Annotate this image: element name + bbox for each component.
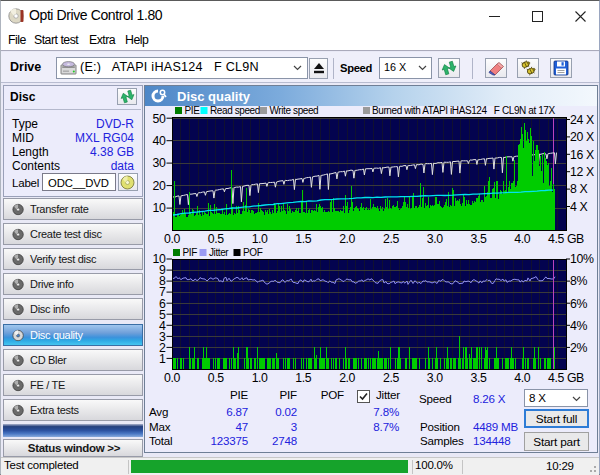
svg-text:0.0: 0.0 [164, 371, 180, 385]
svg-text:0.5: 0.5 [208, 232, 224, 246]
svg-text:8%: 8% [570, 274, 587, 288]
svg-text:24 X: 24 X [570, 113, 594, 127]
svg-text:1.0: 1.0 [252, 371, 268, 385]
svg-text:10%: 10% [570, 252, 594, 266]
svg-text:10: 10 [153, 201, 166, 215]
svg-text:4%: 4% [570, 319, 587, 333]
svg-text:Burned with ATAPI iHAS124 F: Burned with ATAPI iHAS124 F CL9N at 17X [372, 105, 556, 116]
svg-text:Write speed: Write speed [270, 105, 319, 116]
svg-text:2.0: 2.0 [339, 232, 355, 246]
svg-text:1.0: 1.0 [252, 232, 268, 246]
svg-text:3.0: 3.0 [427, 371, 443, 385]
svg-text:2.0: 2.0 [339, 371, 355, 385]
svg-text:4.5 GB: 4.5 GB [548, 232, 584, 246]
svg-text:PIE: PIE [185, 105, 201, 116]
svg-text:0.5: 0.5 [208, 371, 224, 385]
svg-text:30: 30 [153, 156, 166, 170]
svg-text:1.5: 1.5 [295, 371, 311, 385]
svg-text:Jitter: Jitter [209, 247, 229, 258]
svg-text:POF: POF [243, 247, 263, 258]
svg-text:3.5: 3.5 [470, 232, 486, 246]
svg-text:20 X: 20 X [570, 130, 594, 144]
svg-text:4 X: 4 X [570, 200, 587, 214]
svg-text:3.5: 3.5 [470, 371, 486, 385]
svg-text:0.0: 0.0 [164, 232, 180, 246]
svg-text:4.5 GB: 4.5 GB [548, 371, 584, 385]
svg-text:PIF: PIF [183, 247, 198, 258]
svg-text:1.5: 1.5 [295, 232, 311, 246]
svg-text:10: 10 [153, 252, 166, 266]
svg-text:16 X: 16 X [570, 148, 594, 162]
svg-text:2%: 2% [570, 341, 587, 355]
svg-text:20: 20 [153, 179, 166, 193]
svg-text:2.5: 2.5 [383, 371, 399, 385]
svg-text:2.5: 2.5 [383, 232, 399, 246]
svg-text:40: 40 [153, 134, 166, 148]
svg-text:4.0: 4.0 [514, 232, 530, 246]
svg-text:4.0: 4.0 [514, 371, 530, 385]
svg-text:6%: 6% [570, 297, 587, 311]
svg-text:50: 50 [153, 112, 166, 126]
svg-text:3.0: 3.0 [427, 232, 443, 246]
svg-text:Read speed: Read speed [210, 105, 260, 116]
svg-text:8 X: 8 X [570, 182, 587, 196]
svg-text:12 X: 12 X [570, 165, 594, 179]
